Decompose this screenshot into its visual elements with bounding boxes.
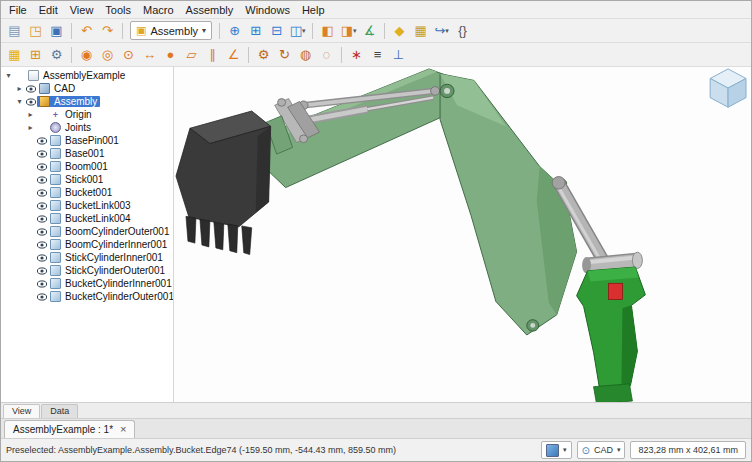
joint-cylindrical-icon[interactable]: ⊙ — [119, 45, 138, 64]
create-group-icon[interactable]: ▦ — [411, 21, 430, 40]
joint-fixed-icon[interactable]: ◉ — [77, 45, 96, 64]
navigation-cube[interactable] — [710, 69, 746, 107]
tree-item-joints[interactable]: ▸Joints — [1, 121, 173, 134]
menu-help[interactable]: Help — [296, 3, 331, 17]
view-front-icon[interactable]: ◨▾ — [339, 21, 358, 40]
tree-item-assemblyexample[interactable]: ▾AssemblyExample — [1, 69, 173, 82]
boom-part[interactable] — [440, 74, 577, 335]
panel-tab-data[interactable]: Data — [41, 404, 78, 418]
menu-file[interactable]: File — [3, 3, 33, 17]
menu-tools[interactable]: Tools — [99, 3, 137, 17]
tree-item-cad[interactable]: ▸CAD — [1, 82, 173, 95]
joint-ball-icon[interactable]: ● — [161, 45, 180, 64]
menu-macro[interactable]: Macro — [137, 3, 180, 17]
tree-item-label: Joints — [64, 122, 92, 133]
base-part[interactable] — [577, 252, 646, 402]
visibility-eye-icon[interactable] — [35, 241, 48, 249]
visibility-eye-icon[interactable] — [35, 176, 48, 184]
visibility-eye-icon[interactable] — [24, 98, 37, 106]
model-tree-panel: ▾AssemblyExample▸CAD▾Assembly▸+Origin▸Jo… — [1, 67, 173, 402]
draw-style-icon[interactable]: ◫▾ — [288, 21, 307, 40]
tree-item-bucketlink003[interactable]: BucketLink003 — [1, 199, 173, 212]
tree-item-bucket001[interactable]: Bucket001 — [1, 186, 173, 199]
tree-item-stickcylinderouter001[interactable]: StickCylinderOuter001 — [1, 264, 173, 277]
save-document-icon[interactable]: ▣ — [47, 21, 66, 40]
menu-view[interactable]: View — [64, 3, 100, 17]
caret-right-icon[interactable]: ▸ — [15, 84, 24, 93]
joint-planar-icon[interactable]: ▱ — [182, 45, 201, 64]
insert-component-icon[interactable]: ⊞ — [26, 45, 45, 64]
visibility-eye-icon[interactable] — [35, 254, 48, 262]
joint-rack-pinion-icon[interactable]: ⚙ — [254, 45, 273, 64]
undo-icon[interactable]: ↶ — [77, 21, 96, 40]
bucket-part[interactable] — [176, 111, 271, 255]
menu-assembly[interactable]: Assembly — [180, 3, 240, 17]
visibility-eye-icon[interactable] — [35, 150, 48, 158]
new-document-icon[interactable]: ▤ — [5, 21, 24, 40]
visibility-eye-icon[interactable] — [35, 202, 48, 210]
preselected-edge-highlight[interactable] — [608, 283, 622, 299]
visibility-eye-icon[interactable] — [35, 280, 48, 288]
joint-gears-icon[interactable]: ◍ — [296, 45, 315, 64]
visibility-eye-icon[interactable] — [35, 215, 48, 223]
menu-edit[interactable]: Edit — [33, 3, 64, 17]
tree-item-stickcylinderinner001[interactable]: StickCylinderInner001 — [1, 251, 173, 264]
tree-item-content: StickCylinderInner001 — [48, 252, 166, 263]
visibility-eye-icon[interactable] — [24, 85, 37, 93]
visibility-eye-icon[interactable] — [35, 137, 48, 145]
caret-down-icon[interactable]: ▾ — [4, 71, 13, 80]
visibility-eye-icon[interactable] — [35, 189, 48, 197]
create-assembly-icon[interactable]: ▦ — [5, 45, 24, 64]
tree-item-origin[interactable]: ▸+Origin — [1, 108, 173, 121]
caret-right-icon[interactable]: ▸ — [26, 123, 35, 132]
tree-item-base001[interactable]: Base001 — [1, 147, 173, 160]
tree-item-label: CAD — [53, 83, 76, 94]
create-part-icon[interactable]: ◆ — [390, 21, 409, 40]
visibility-eye-icon[interactable] — [35, 267, 48, 275]
open-document-icon[interactable]: ◳ — [26, 21, 45, 40]
tree-item-bucketlink004[interactable]: BucketLink004 — [1, 212, 173, 225]
visibility-eye-icon[interactable] — [35, 228, 48, 236]
joint-belt-icon[interactable]: ◌ — [317, 45, 336, 64]
tree-item-boom001[interactable]: Boom001 — [1, 160, 173, 173]
joint-angle-icon[interactable]: ∠ — [224, 45, 243, 64]
tree-item-content: BucketLink004 — [48, 213, 134, 224]
zoom-out-icon[interactable]: ⊟ — [267, 21, 286, 40]
visibility-eye-icon[interactable] — [35, 293, 48, 301]
tree-item-boomcylinderouter001[interactable]: BoomCylinderOuter001 — [1, 225, 173, 238]
toggle-grounded-icon[interactable]: ⊥ — [389, 45, 408, 64]
caret-right-icon[interactable]: ▸ — [26, 110, 35, 119]
close-icon[interactable]: × — [120, 424, 126, 435]
exploded-view-icon[interactable]: ∗ — [347, 45, 366, 64]
solve-assembly-icon[interactable]: ⚙ — [47, 45, 66, 64]
document-tab[interactable]: AssemblyExample : 1* × — [4, 420, 135, 438]
redo-icon[interactable]: ↷ — [98, 21, 117, 40]
menu-windows[interactable]: Windows — [239, 3, 296, 17]
tree-item-bucketcylinderouter001[interactable]: BucketCylinderOuter001 — [1, 290, 173, 303]
workbench-selector[interactable]: ▣Assembly▾ — [130, 21, 212, 40]
stick-part[interactable] — [256, 69, 462, 188]
view-isometric-icon[interactable]: ◧ — [318, 21, 337, 40]
visibility-eye-icon[interactable] — [35, 163, 48, 171]
tree-item-stick001[interactable]: Stick001 — [1, 173, 173, 186]
tree-item-assembly[interactable]: ▾Assembly — [1, 95, 173, 108]
zoom-in-icon[interactable]: ⊞ — [246, 21, 265, 40]
joint-screw-icon[interactable]: ↻ — [275, 45, 294, 64]
tree-item-basepin001[interactable]: BasePin001 — [1, 134, 173, 147]
joint-slider-icon[interactable]: ↔ — [140, 45, 159, 64]
bill-of-materials-icon[interactable]: ≡ — [368, 45, 387, 64]
caret-down-icon[interactable]: ▾ — [15, 97, 24, 106]
tree-item-bucketcylinderinner001[interactable]: BucketCylinderInner001 — [1, 277, 173, 290]
draw-style-combo[interactable]: ▾ — [541, 441, 572, 459]
make-link-icon[interactable]: ↪▾ — [432, 21, 451, 40]
tree-item-boomcylinderinner001[interactable]: BoomCylinderInner001 — [1, 238, 173, 251]
measure-icon[interactable]: ∡ — [360, 21, 379, 40]
toolbar-separator — [122, 23, 123, 39]
macro-editor-icon[interactable]: {} — [453, 21, 472, 40]
3d-viewport[interactable] — [174, 67, 751, 402]
joint-revolute-icon[interactable]: ◎ — [98, 45, 117, 64]
navigation-style-combo[interactable]: ⊙ CAD ▾ — [577, 441, 626, 459]
joint-parallel-icon[interactable]: ∥ — [203, 45, 222, 64]
panel-tab-view[interactable]: View — [3, 404, 40, 418]
fit-all-icon[interactable]: ⊕ — [225, 21, 244, 40]
